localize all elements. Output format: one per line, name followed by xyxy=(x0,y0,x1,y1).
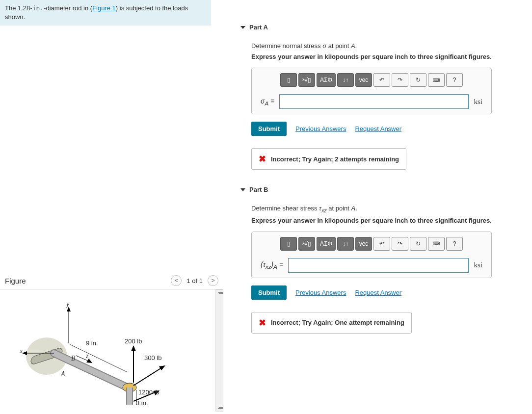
submit-button-a[interactable]: Submit xyxy=(251,122,287,136)
svg-marker-10 xyxy=(22,351,27,355)
figure-counter: 1 of 1 xyxy=(186,277,203,285)
greek-button[interactable]: ΑΣΦ xyxy=(317,73,336,87)
templates-button[interactable]: ▯ xyxy=(280,73,297,87)
undo-button[interactable]: ↶ xyxy=(373,73,390,87)
force-300: 300 lb xyxy=(144,354,161,362)
figure-prev-button[interactable]: < xyxy=(171,275,182,286)
svg-marker-17 xyxy=(159,365,165,370)
submit-button-b[interactable]: Submit xyxy=(251,285,287,300)
force-200: 200 lb xyxy=(125,337,142,345)
undo-button[interactable]: ↶ xyxy=(373,237,390,251)
variable-label-b: (τxz)A = xyxy=(261,260,283,270)
feedback-b: ✖ Incorrect; Try Again; One attempt rema… xyxy=(251,312,412,334)
unit-b: ksi xyxy=(474,261,482,269)
answer-input-b[interactable] xyxy=(288,258,469,273)
axis-x-label: x xyxy=(20,347,23,355)
templates-button[interactable]: ▯ xyxy=(280,237,297,251)
svg-marker-15 xyxy=(131,345,136,351)
force-1200: 1200 lb xyxy=(138,388,160,396)
part-a-title: Part A xyxy=(249,24,268,31)
svg-line-16 xyxy=(133,367,163,386)
redo-button[interactable]: ↷ xyxy=(392,73,408,87)
problem-statement: The 1.28-in.-diameter rod in (Figure 1) … xyxy=(0,0,211,26)
equation-toolbar-a: ▯ ᵡ√▯ ΑΣΦ ↓↑ vec ↶ ↷ ↻ ⌨ ? xyxy=(257,73,486,87)
part-b-description: Determine shear stress τxz at point A. xyxy=(240,197,530,216)
figure-link[interactable]: Figure 1 xyxy=(92,4,116,12)
sqrt-button[interactable]: ᵡ√▯ xyxy=(298,237,315,251)
previous-answers-b[interactable]: Previous Answers xyxy=(295,289,346,296)
request-answer-a[interactable]: Request Answer xyxy=(355,125,401,132)
figure-scrollbar[interactable] xyxy=(215,289,223,412)
dim-9in: 9 in. xyxy=(86,339,98,347)
figure-panel: Figure < 1 of 1 > xyxy=(0,272,223,412)
unit-a: ksi xyxy=(474,98,482,106)
incorrect-icon: ✖ xyxy=(259,317,266,328)
help-button[interactable]: ? xyxy=(446,237,463,251)
part-b-title: Part B xyxy=(249,186,268,193)
help-button[interactable]: ? xyxy=(446,73,463,87)
problem-text: The 1.28-in.-diameter rod in (Figure 1) … xyxy=(5,4,188,21)
reset-button[interactable]: ↻ xyxy=(410,73,426,87)
part-b-answer-box: ▯ ᵡ√▯ ΑΣΦ ↓↑ vec ↶ ↷ ↻ ⌨ ? (τxz)A = ksi xyxy=(251,232,492,278)
scripts-button[interactable]: ↓↑ xyxy=(337,237,354,251)
figure-body: y x z B A 9 in. 3 in. 200 lb 300 lb 1200… xyxy=(0,289,223,412)
part-a-header[interactable]: Part A xyxy=(240,20,530,35)
vec-button[interactable]: vec xyxy=(355,237,372,251)
redo-button[interactable]: ↷ xyxy=(392,237,408,251)
vec-button[interactable]: vec xyxy=(355,73,372,87)
part-a-instruction: Express your answer in kilopounds per sq… xyxy=(240,52,530,68)
figure-title: Figure xyxy=(5,277,26,285)
keyboard-button[interactable]: ⌨ xyxy=(428,73,445,87)
part-b-header[interactable]: Part B xyxy=(240,182,530,197)
part-a-answer-box: ▯ ᵡ√▯ ΑΣΦ ↓↑ vec ↶ ↷ ↻ ⌨ ? σA = ksi xyxy=(251,68,492,114)
caret-down-icon xyxy=(240,26,245,29)
point-a-label: A xyxy=(61,370,65,378)
previous-answers-a[interactable]: Previous Answers xyxy=(295,125,346,132)
request-answer-b[interactable]: Request Answer xyxy=(355,289,401,296)
greek-button[interactable]: ΑΣΦ xyxy=(317,237,336,251)
variable-label-a: σA = xyxy=(261,97,274,106)
reset-button[interactable]: ↻ xyxy=(410,237,426,251)
axis-z-label: z xyxy=(86,352,88,360)
caret-down-icon xyxy=(240,188,245,191)
keyboard-button[interactable]: ⌨ xyxy=(428,237,445,251)
rod-diagram: y x z B A 9 in. 3 in. 200 lb 300 lb 1200… xyxy=(20,294,196,407)
answer-input-a[interactable] xyxy=(279,94,469,109)
axis-y-label: y xyxy=(66,300,69,308)
point-b-label: B xyxy=(71,355,76,362)
scripts-button[interactable]: ↓↑ xyxy=(337,73,354,87)
part-b-instruction: Express your answer in kilopounds per sq… xyxy=(240,216,530,232)
incorrect-icon: ✖ xyxy=(259,154,266,164)
dim-3in: 3 in. xyxy=(136,399,148,407)
figure-next-button[interactable]: > xyxy=(208,275,218,286)
equation-toolbar-b: ▯ ᵡ√▯ ΑΣΦ ↓↑ vec ↶ ↷ ↻ ⌨ ? xyxy=(257,237,486,251)
part-a-description: Determine normal stress σ at point A. xyxy=(240,35,530,52)
sqrt-button[interactable]: ᵡ√▯ xyxy=(298,73,315,87)
feedback-a: ✖ Incorrect; Try Again; 2 attempts remai… xyxy=(251,148,406,170)
